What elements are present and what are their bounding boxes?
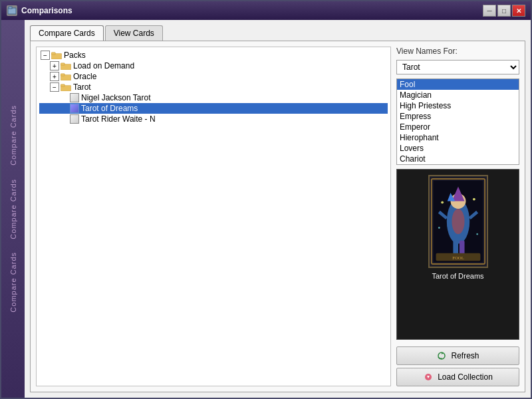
card-image-area: FOOL [428, 175, 488, 268]
tree-node-tarot[interactable]: − Tarot [39, 82, 388, 92]
tree-expander-oracle[interactable]: + [50, 72, 59, 81]
title-bar: Comparisons ─ □ ✕ [1, 1, 531, 20]
tree-label-packs: Packs [64, 51, 86, 60]
svg-rect-1 [9, 7, 12, 9]
side-tab-compare-3[interactable]: Compare Cards [7, 247, 20, 318]
deck-icon-nj [70, 93, 79, 102]
card-preview-name: Tarot of Dreams [432, 272, 483, 280]
tree-node-nigel-jackson[interactable]: Nigel Jackson Tarot [39, 92, 388, 103]
names-list[interactable]: Fool Magician High Priestess Empress Emp… [396, 78, 519, 165]
names-list-item-high-priestess[interactable]: High Priestess [397, 100, 519, 111]
refresh-label: Refresh [451, 351, 479, 360]
tree-label-lod: Load on Demand [73, 61, 134, 70]
window-icon [7, 5, 17, 16]
tree-expander-packs[interactable]: − [41, 51, 50, 60]
window-controls: ─ □ ✕ [483, 5, 525, 17]
maximize-button[interactable]: □ [497, 5, 511, 17]
names-list-item-magician[interactable]: Magician [397, 90, 519, 100]
svg-rect-7 [61, 74, 65, 76]
tree-label-trw: Tarot Rider Waite - N [81, 114, 156, 124]
names-list-item-lovers[interactable]: Lovers [397, 143, 519, 154]
names-list-item-emperor[interactable]: Emperor [397, 122, 519, 132]
tree-expander-tarot[interactable]: − [50, 82, 59, 92]
load-collection-icon [423, 372, 434, 382]
window-title: Comparisons [21, 6, 483, 15]
card-image-svg: FOOL [430, 176, 487, 267]
svg-point-23 [472, 198, 475, 201]
side-tabs: Compare Cards Compare Cards Compare Card… [1, 20, 25, 398]
view-names-label: View Names For: [396, 47, 519, 56]
tab-bar: Compare Cards View Cards [30, 25, 525, 41]
folder-icon-packs [51, 51, 62, 59]
tree-node-load-on-demand[interactable]: + Load on Demand [39, 61, 388, 71]
refresh-icon [436, 350, 447, 361]
tab-compare-cards[interactable]: Compare Cards [30, 25, 104, 41]
svg-point-19 [452, 209, 464, 234]
close-button[interactable]: ✕ [512, 5, 525, 17]
tree-expander-lod[interactable]: + [50, 61, 59, 70]
tree-node-packs[interactable]: − Packs [39, 50, 388, 61]
content-area: Compare Cards View Cards − Packs [25, 20, 531, 398]
svg-point-24 [438, 227, 440, 229]
tree-label-tod: Tarot of Dreams [81, 104, 138, 113]
side-tab-compare-1[interactable]: Compare Cards [7, 100, 20, 171]
action-buttons: Refresh Load Collection [396, 344, 519, 386]
tab-content: − Packs + Load on [30, 41, 525, 392]
view-names-dropdown[interactable]: Tarot Oracle Load on Demand [396, 60, 519, 74]
svg-rect-5 [61, 63, 65, 65]
svg-point-25 [476, 233, 478, 235]
names-list-item-empress[interactable]: Empress [397, 111, 519, 122]
deck-icon-trw [70, 114, 79, 124]
load-collection-label: Load Collection [438, 372, 493, 382]
load-collection-button[interactable]: Load Collection [396, 368, 519, 386]
tree-node-oracle[interactable]: + Oracle [39, 71, 388, 82]
tree-panel: − Packs + Load on [36, 47, 391, 386]
right-panel: View Names For: Tarot Oracle Load on Dem… [396, 47, 519, 386]
tree-node-tarot-rider-waite[interactable]: Tarot Rider Waite - N [39, 114, 388, 124]
minimize-button[interactable]: ─ [483, 5, 496, 17]
refresh-button[interactable]: Refresh [396, 346, 519, 365]
names-list-item-justice[interactable]: Justice [397, 164, 519, 165]
tree-label-oracle: Oracle [73, 72, 96, 81]
svg-rect-9 [61, 84, 65, 86]
svg-point-22 [441, 201, 444, 203]
side-tab-compare-2[interactable]: Compare Cards [7, 174, 20, 245]
names-list-item-fool[interactable]: Fool [397, 79, 519, 90]
tab-view-cards[interactable]: View Cards [105, 25, 163, 41]
tree-label-nj: Nigel Jackson Tarot [81, 93, 151, 102]
names-list-item-chariot[interactable]: Chariot [397, 154, 519, 164]
deck-icon-tod [70, 104, 79, 113]
folder-icon-lod [61, 62, 71, 70]
tree-label-tarot: Tarot [73, 82, 91, 92]
svg-text:FOOL: FOOL [452, 255, 464, 260]
main-area: Compare Cards Compare Cards Compare Card… [1, 20, 531, 398]
names-list-item-hierophant[interactable]: Hierophant [397, 132, 519, 143]
folder-icon-tarot [61, 83, 71, 91]
svg-rect-3 [51, 53, 55, 55]
folder-icon-oracle [61, 72, 71, 80]
card-preview-box: FOOL Tarot of Dreams [396, 169, 519, 340]
tree-node-tarot-of-dreams[interactable]: Tarot of Dreams [39, 103, 388, 114]
window: Comparisons ─ □ ✕ Compare Cards Compare … [0, 0, 532, 399]
